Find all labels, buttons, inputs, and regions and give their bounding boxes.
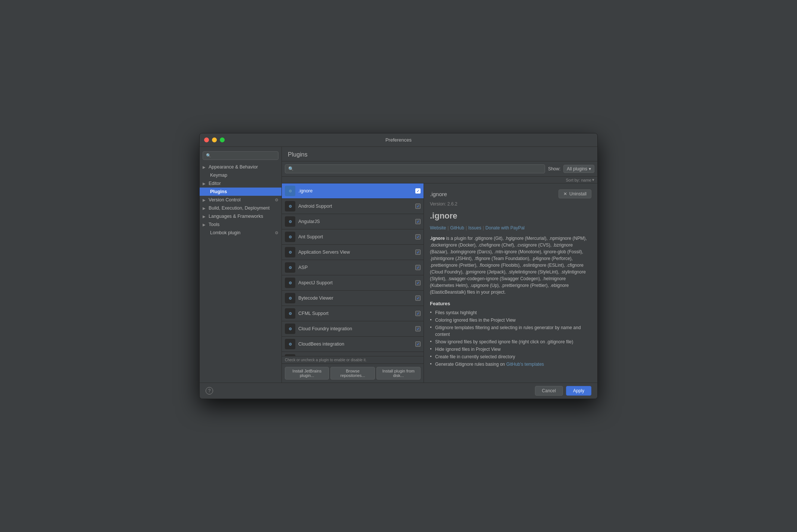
sidebar-item-lombok[interactable]: Lombok plugin⚙ bbox=[200, 229, 281, 237]
plugin-item-cloudbees[interactable]: ⚙ CloudBees integration bbox=[282, 337, 424, 352]
plugin-item-aspectj[interactable]: ⚙ AspectJ Support bbox=[282, 275, 424, 291]
plugin-list: ⚙ .ignore ⚙ Android Support ⚙ AngularJS … bbox=[282, 183, 424, 356]
right-panel: Plugins 🔍 Show: All plugins ▾ Sort by: n… bbox=[282, 147, 597, 383]
sidebar-item-plugins[interactable]: Plugins bbox=[200, 188, 281, 196]
detail-link-github[interactable]: GitHub bbox=[450, 225, 464, 231]
sidebar-item-label: Plugins bbox=[210, 189, 227, 194]
plugin-checkbox[interactable] bbox=[415, 265, 421, 270]
minimize-button[interactable] bbox=[212, 137, 217, 142]
plugin-checkbox[interactable] bbox=[415, 188, 421, 194]
plugin-checkbox[interactable] bbox=[415, 326, 421, 331]
x-icon: ✕ bbox=[563, 191, 567, 197]
features-section: Features Files syntax highlightColoring … bbox=[430, 301, 591, 368]
browse-repositories-button[interactable]: Browse repositories... bbox=[330, 367, 375, 380]
link-separator: | bbox=[483, 225, 484, 231]
plugin-name: AngularJS bbox=[298, 219, 412, 224]
plugin-item-gitignore[interactable]: ⚙ .ignore bbox=[282, 183, 424, 199]
install-jetbrains-button[interactable]: Install JetBrains plugin... bbox=[285, 367, 329, 380]
plugin-name: CloudBees integration bbox=[298, 341, 412, 347]
plugin-name: Android Support bbox=[298, 204, 412, 209]
link-separator: | bbox=[447, 225, 449, 231]
maximize-button[interactable] bbox=[220, 137, 225, 142]
plugin-item-cfml[interactable]: ⚙ CFML Support bbox=[282, 306, 424, 321]
sort-by-name-button[interactable]: Sort by: name ▾ bbox=[566, 177, 594, 182]
settings-icon: ⚙ bbox=[275, 231, 279, 235]
plugins-header: Plugins bbox=[282, 147, 597, 161]
sidebar-item-label: Version Control bbox=[209, 197, 240, 202]
sidebar-item-label: Tools bbox=[209, 222, 219, 227]
sidebar-item-languages[interactable]: ▶Languages & Frameworks bbox=[200, 212, 281, 220]
arrow-icon: ▶ bbox=[203, 214, 207, 219]
plugin-icon: ⚙ bbox=[285, 324, 295, 334]
sidebar-item-editor[interactable]: ▶Editor bbox=[200, 179, 281, 188]
detail-description: .ignore is a plugin for .gitignore (Git)… bbox=[430, 235, 591, 296]
sidebar-item-keymap[interactable]: Keymap bbox=[200, 171, 281, 179]
plugin-checkbox[interactable] bbox=[415, 234, 421, 239]
github-templates-link[interactable]: GitHub's templates bbox=[506, 362, 544, 367]
features-list: Files syntax highlightColoring ignored f… bbox=[430, 309, 591, 368]
sidebar-item-label: Editor bbox=[209, 181, 221, 186]
detail-version: Version: 2.6.2 bbox=[430, 201, 591, 207]
feature-item: Generate Gitignore rules basing on GitHu… bbox=[430, 361, 591, 368]
sidebar-items-container: ▶Appearance & BehaviorKeymap▶EditorPlugi… bbox=[200, 163, 281, 237]
settings-icon: ⚙ bbox=[275, 198, 279, 202]
plugin-checkbox[interactable] bbox=[415, 219, 421, 224]
plugin-checkbox[interactable] bbox=[415, 341, 421, 347]
sidebar-item-label: Build, Execution, Deployment bbox=[209, 205, 270, 211]
plugin-checkbox[interactable] bbox=[415, 280, 421, 285]
plugin-checkbox[interactable] bbox=[415, 296, 421, 301]
close-button[interactable] bbox=[204, 137, 209, 142]
apply-button[interactable]: Apply bbox=[566, 386, 591, 396]
plugin-icon: ⚙ bbox=[285, 232, 295, 242]
bottom-bar: ? Cancel Apply bbox=[200, 383, 597, 399]
help-button[interactable]: ? bbox=[206, 387, 213, 395]
plugin-name: Application Servers View bbox=[298, 250, 412, 255]
arrow-icon: ▶ bbox=[203, 165, 207, 169]
feature-item: Create file in currently selected direct… bbox=[430, 353, 591, 360]
plugin-name: Bytecode Viewer bbox=[298, 296, 412, 301]
sidebar-item-label: Lombok plugin bbox=[210, 230, 240, 235]
content-area: ⚙ .ignore ⚙ Android Support ⚙ AngularJS … bbox=[282, 183, 597, 383]
plugin-item-android[interactable]: ⚙ Android Support bbox=[282, 199, 424, 214]
plugin-item-angularjs[interactable]: ⚙ AngularJS bbox=[282, 214, 424, 229]
sidebar-item-appearance[interactable]: ▶Appearance & Behavior bbox=[200, 163, 281, 171]
plugin-icon: ⚙ bbox=[285, 186, 295, 196]
install-disk-button[interactable]: Install plugin from disk... bbox=[376, 367, 421, 380]
description-bold: .ignore bbox=[430, 236, 445, 241]
plugin-item-bytecode[interactable]: ⚙ Bytecode Viewer bbox=[282, 291, 424, 306]
detail-link-website[interactable]: Website bbox=[430, 225, 446, 231]
show-dropdown[interactable]: All plugins ▾ bbox=[563, 165, 594, 173]
plugin-name: CFML Support bbox=[298, 311, 412, 316]
sidebar-item-tools[interactable]: ▶Tools bbox=[200, 220, 281, 229]
plugin-item-cloudfoundry[interactable]: ⚙ Cloud Foundry integration bbox=[282, 321, 424, 337]
plugin-item-asp[interactable]: ⚙ ASP bbox=[282, 260, 424, 275]
cancel-button[interactable]: Cancel bbox=[535, 386, 563, 396]
window-controls bbox=[204, 137, 225, 142]
main-content: 🔍 ▶Appearance & BehaviorKeymap▶EditorPlu… bbox=[200, 147, 597, 383]
sort-bar: Sort by: name ▾ bbox=[282, 177, 597, 183]
show-label: Show: bbox=[548, 166, 560, 171]
plugins-toolbar: 🔍 Show: All plugins ▾ bbox=[282, 161, 597, 177]
uninstall-button[interactable]: ✕ Uninstall bbox=[558, 189, 591, 198]
bottom-left: ? bbox=[206, 387, 213, 395]
plugin-checkbox[interactable] bbox=[415, 204, 421, 209]
sidebar-item-label: Keymap bbox=[210, 173, 227, 178]
plugin-item-ant[interactable]: ⚙ Ant Support bbox=[282, 229, 424, 245]
plugin-checkbox[interactable] bbox=[415, 250, 421, 255]
plugin-item-appservers[interactable]: ⚙ Application Servers View bbox=[282, 245, 424, 260]
sidebar-search[interactable]: 🔍 bbox=[203, 151, 279, 160]
plugin-checkbox[interactable] bbox=[415, 311, 421, 316]
plugin-search-input[interactable]: 🔍 bbox=[285, 164, 545, 173]
plugin-detail-panel: .ignore ✕ Uninstall Version: 2.6.2 .igno… bbox=[424, 183, 597, 383]
plugin-item-coffeescript[interactable]: ⚙ CoffeeScript bbox=[282, 352, 424, 356]
plugin-icon: ⚙ bbox=[285, 308, 295, 319]
detail-link-issues[interactable]: Issues bbox=[468, 225, 481, 231]
bottom-right: Cancel Apply bbox=[535, 386, 591, 396]
detail-link-donate[interactable]: Donate with PayPal bbox=[486, 225, 525, 231]
arrow-icon: ▶ bbox=[203, 223, 207, 227]
sidebar-item-version-control[interactable]: ▶Version Control⚙ bbox=[200, 196, 281, 204]
window-title: Preferences bbox=[385, 137, 412, 143]
feature-item: Gitignore templates filtering and select… bbox=[430, 324, 591, 338]
chevron-down-icon: ▾ bbox=[589, 166, 591, 171]
sidebar-item-build[interactable]: ▶Build, Execution, Deployment bbox=[200, 204, 281, 212]
